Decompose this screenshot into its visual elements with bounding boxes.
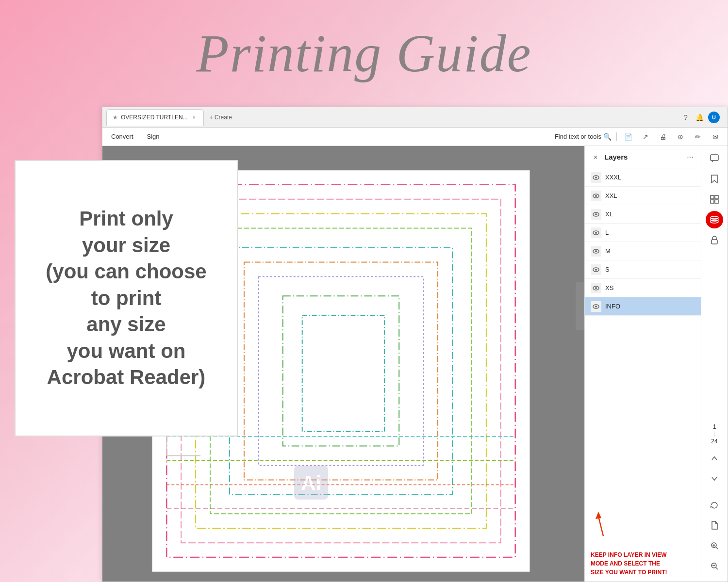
svg-point-19 xyxy=(595,195,597,197)
svg-marker-33 xyxy=(596,512,601,519)
print-icon[interactable]: 🖨 xyxy=(657,130,669,143)
svg-rect-42 xyxy=(711,240,717,244)
layer-name-xl: XL xyxy=(605,210,613,218)
layer-item-xs[interactable]: XS xyxy=(585,279,701,297)
layer-name-xs: XS xyxy=(605,284,613,291)
acrobat-ai-icon: Ai xyxy=(292,463,331,509)
layer-name-xxxl: XXXL xyxy=(605,174,621,181)
layer-item-m[interactable]: M xyxy=(585,242,701,260)
toolbar: Convert Sign Find text or tools 🔍 📄 ↗ 🖨 … xyxy=(102,128,728,146)
right-panel: 1 24 xyxy=(701,146,728,582)
mail-icon[interactable]: ✉ xyxy=(709,130,722,143)
tab-close-button[interactable]: × xyxy=(191,114,198,121)
svg-rect-36 xyxy=(715,195,718,199)
svg-point-41 xyxy=(711,220,718,223)
instruction-content: Print only your size (you can choose to … xyxy=(46,206,206,391)
svg-point-25 xyxy=(595,250,597,252)
document-icon[interactable] xyxy=(706,517,723,534)
svg-line-32 xyxy=(598,517,603,536)
layer-item-xl[interactable]: XL xyxy=(585,205,701,224)
convert-button[interactable]: Convert xyxy=(108,132,136,141)
layer-eye-info[interactable] xyxy=(591,301,601,312)
page-title: Printing Guide xyxy=(196,23,531,84)
user-avatar[interactable]: U xyxy=(708,112,720,123)
lock-icon[interactable] xyxy=(706,231,723,249)
layer-item-xxl[interactable]: XXL xyxy=(585,187,701,205)
page-current: 1 xyxy=(713,423,716,430)
layers-title: Layers xyxy=(604,153,681,161)
toolbar-right: Find text or tools 🔍 📄 ↗ 🖨 ⊕ ✏ ✉ xyxy=(555,130,722,143)
layers-list: XXXL XXL XL xyxy=(585,168,701,517)
sign-button[interactable]: Sign xyxy=(144,132,163,141)
share-icon[interactable]: ↗ xyxy=(639,130,652,143)
annotation-area: KEEP INFO LAYER IN VIEW MODE AND SELECT … xyxy=(585,517,701,582)
layer-item-l[interactable]: L xyxy=(585,224,701,242)
layers-panel: × Layers ··· XXXL XXL xyxy=(584,146,701,582)
page-up-icon[interactable] xyxy=(706,450,723,467)
chat-icon[interactable] xyxy=(706,150,723,167)
svg-point-21 xyxy=(595,213,597,215)
layer-eye-l[interactable] xyxy=(591,227,601,238)
tab-actions: ? 🔔 U xyxy=(681,112,724,123)
tab-bar: ★ OVERSIZED TURTLEN... × + Create ? 🔔 U xyxy=(102,107,728,128)
layer-eye-xl[interactable] xyxy=(591,209,601,220)
svg-text:Ai: Ai xyxy=(301,471,321,494)
layers-header: × Layers ··· xyxy=(585,146,701,168)
annotation-arrow-svg xyxy=(589,509,628,538)
layers-icon[interactable] xyxy=(706,211,723,228)
find-tools-label: Find text or tools 🔍 xyxy=(555,133,612,141)
layer-item-info[interactable]: INFO xyxy=(585,297,701,316)
svg-line-48 xyxy=(716,567,718,569)
layer-name-m: M xyxy=(605,247,611,255)
zoom-icon[interactable]: ⊕ xyxy=(674,130,687,143)
svg-point-31 xyxy=(595,306,597,307)
svg-rect-35 xyxy=(711,195,714,199)
page-down-icon[interactable] xyxy=(706,470,723,487)
layer-name-l: L xyxy=(605,229,609,236)
toolbar-divider xyxy=(616,132,617,141)
svg-line-44 xyxy=(716,547,718,549)
search-icon[interactable]: 🔍 xyxy=(603,133,612,141)
refresh-icon[interactable] xyxy=(706,496,723,514)
svg-point-27 xyxy=(595,269,597,271)
svg-point-29 xyxy=(595,287,597,289)
title-area: Printing Guide xyxy=(0,0,728,107)
svg-point-23 xyxy=(595,232,597,234)
layer-eye-xs[interactable] xyxy=(591,283,601,293)
page-total: 24 xyxy=(711,438,717,445)
grid-icon[interactable] xyxy=(706,191,723,208)
svg-rect-38 xyxy=(715,200,718,203)
svg-point-17 xyxy=(595,177,597,178)
notification-icon[interactable]: 🔔 xyxy=(695,113,704,122)
zoom-in-icon[interactable] xyxy=(706,537,723,554)
zoom-out-icon[interactable] xyxy=(706,557,723,575)
page-numbers: 1 24 xyxy=(711,421,717,447)
layer-name-info: INFO xyxy=(605,303,620,310)
tab-favicon: ★ xyxy=(113,114,118,121)
layer-name-xxl: XXL xyxy=(605,192,617,199)
svg-rect-37 xyxy=(711,200,714,203)
layer-name-s: S xyxy=(605,266,610,273)
draw-icon[interactable]: ✏ xyxy=(692,130,704,143)
layer-item-xxxl[interactable]: XXXL xyxy=(585,168,701,187)
help-icon[interactable]: ? xyxy=(681,113,691,122)
svg-rect-34 xyxy=(711,155,718,161)
new-tab-button[interactable]: + Create xyxy=(204,109,238,126)
layers-close-button[interactable]: × xyxy=(591,152,600,162)
tab-title: OVERSIZED TURTLEN... xyxy=(121,114,188,121)
layer-eye-xxl[interactable] xyxy=(591,191,601,201)
layers-more-button[interactable]: ··· xyxy=(685,152,695,162)
annotation-text: KEEP INFO LAYER IN VIEW MODE AND SELECT … xyxy=(591,550,668,577)
bookmark-icon[interactable] xyxy=(706,170,723,188)
layer-item-s[interactable]: S xyxy=(585,260,701,279)
page-icon[interactable]: 📄 xyxy=(622,130,634,143)
instruction-box: Print only your size (you can choose to … xyxy=(15,160,238,436)
layer-eye-m[interactable] xyxy=(591,246,601,257)
layer-eye-xxxl[interactable] xyxy=(591,172,601,183)
scroll-handle[interactable] xyxy=(576,282,584,330)
active-tab[interactable]: ★ OVERSIZED TURTLEN... × xyxy=(106,109,204,126)
layer-eye-s[interactable] xyxy=(591,264,601,275)
